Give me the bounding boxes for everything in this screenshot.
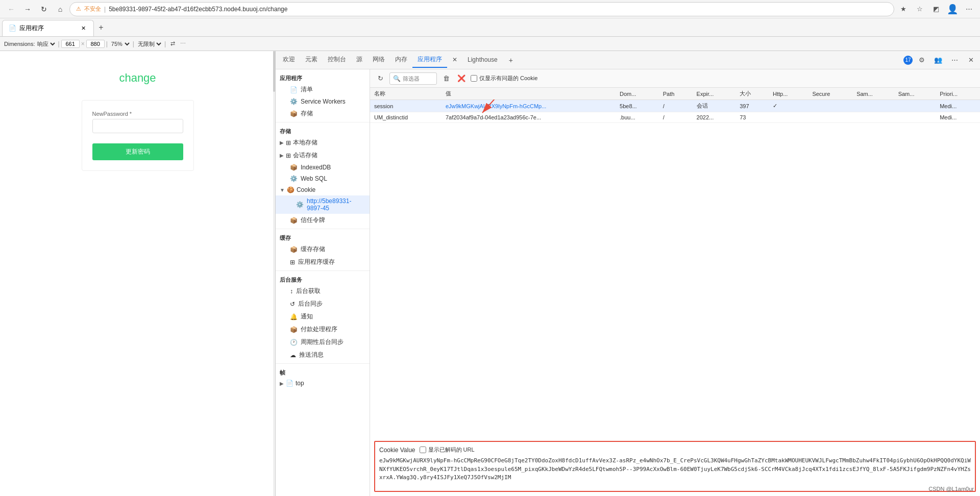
more-button[interactable]: ⋯ (962, 2, 976, 16)
sidebar-div2 (276, 229, 370, 229)
delete-button[interactable]: ❌ (455, 72, 468, 85)
devtools-tab-bar: 欢迎 元素 控制台 源 网络 内存 应用程序 ✕ Lighthouse + 17… (276, 51, 980, 69)
devtools-new-tab[interactable]: + (504, 53, 518, 67)
password-label: NewPassword * (92, 111, 183, 117)
rotate-button[interactable]: ⇄ (167, 39, 178, 49)
sidebar-item-payment[interactable]: 📦 付款处理程序 (276, 323, 370, 336)
height-input[interactable] (86, 40, 105, 48)
tab-elements[interactable]: 元素 (300, 52, 323, 68)
new-tab-button[interactable]: + (94, 20, 108, 35)
bg-sync-label: 后台同步 (298, 300, 323, 308)
trust-tokens-icon: 📦 (290, 217, 298, 224)
favorites-button[interactable]: ☆ (913, 2, 927, 16)
filter-checkbox-label[interactable]: 仅显示有问题的 Cookie (471, 75, 537, 82)
dimensions-select[interactable]: 响应 (35, 40, 57, 47)
sidebar-item-bg-fetch[interactable]: ↕ 后台获取 (276, 285, 370, 297)
sidebar-group-sessionstorage[interactable]: ▶ ⊞ 会话存储 (276, 149, 370, 162)
sidebar-section-bg: 后台服务 (276, 273, 370, 285)
decode-checkbox[interactable] (420, 447, 426, 453)
cookie-url-label: http://5be89331-9897-45 (307, 197, 365, 212)
filter-input[interactable] (403, 76, 433, 82)
close-devtools[interactable]: ✕ (964, 53, 978, 67)
tab-close-button[interactable]: ✕ (79, 24, 87, 32)
toolbar-sep2: | (106, 40, 108, 47)
sidebar-item-push[interactable]: ☁ 推送消息 (276, 349, 370, 361)
filter-checkbox[interactable] (471, 75, 477, 82)
sidebar-group-localstorage[interactable]: ▶ ⊞ 本地存储 (276, 136, 370, 149)
x-label: × (81, 40, 85, 47)
clear-button[interactable]: 🗑 (440, 72, 452, 85)
col-domain: Dom... (616, 88, 659, 100)
sidebar-item-websql[interactable]: ⚙️ Web SQL (276, 173, 370, 184)
tab-application[interactable]: 应用程序 (412, 52, 447, 68)
profile-button[interactable]: 👤 (945, 2, 960, 16)
payment-icon: 📦 (290, 326, 298, 333)
col-priority: Priori... (936, 88, 980, 100)
payment-label: 付款处理程序 (301, 325, 337, 334)
sidebar-item-service-workers[interactable]: ⚙️ Service Workers (276, 96, 370, 107)
sidebar-item-storage[interactable]: 📦 存储 (276, 107, 370, 120)
security-label: 不安全 (84, 5, 101, 13)
sidebar-section-cache: 缓存 (276, 231, 370, 243)
more-options-button[interactable]: ⋯ (178, 39, 188, 49)
tab-welcome[interactable]: 欢迎 (278, 52, 300, 68)
settings-icon[interactable]: ⚙ (915, 53, 929, 67)
extensions-button[interactable]: ★ (896, 2, 911, 16)
reload-button[interactable]: ↻ (37, 2, 51, 16)
table-row[interactable]: UM_distinctid 7af2034af9a7d-04ed1a23ad95… (370, 112, 980, 123)
table-header-row: 名称 值 Dom... Path Expir... 大小 Http... Sec… (370, 88, 980, 100)
cell-path2: / (659, 112, 693, 123)
sidebar-section-application: 应用程序 (276, 71, 370, 83)
col-size: 大小 (736, 88, 769, 100)
sidebar-group-top[interactable]: ▶ 📄 top (276, 378, 370, 389)
forward-button[interactable]: → (20, 2, 35, 16)
cookie-label: Cookie (297, 186, 315, 193)
cell-size: 397 (736, 100, 769, 112)
sidebar-item-manifest[interactable]: 📄 清单 (276, 83, 370, 96)
tab-memory[interactable]: 内存 (390, 52, 412, 68)
collections-button[interactable]: ◩ (929, 2, 943, 16)
devtools-more[interactable]: ⋯ (947, 53, 962, 67)
cookie-url-icon: ⚙️ (296, 201, 304, 208)
watermark: CSDN @L1am0ur (928, 486, 974, 492)
connections-icon[interactable]: 👥 (931, 53, 945, 67)
bg-fetch-icon: ↕ (290, 288, 293, 295)
throttle-select[interactable]: 无限制 (136, 40, 163, 47)
password-input[interactable] (92, 119, 183, 133)
sidebar-item-notifications[interactable]: 🔔 通知 (276, 310, 370, 323)
back-button[interactable]: ← (4, 2, 18, 16)
sidebar-item-cookie-url[interactable]: ⚙️ http://5be89331-9897-45 (276, 195, 370, 214)
tab-network[interactable]: 网络 (368, 52, 390, 68)
tab-title: 应用程序 (19, 24, 44, 33)
sidebar-item-periodic-sync[interactable]: 🕐 周期性后台同步 (276, 336, 370, 349)
tab-sources[interactable]: 源 (351, 52, 368, 68)
table-row[interactable]: session eJw9kMGKwjAURX9lyNpFm-hGcCMp... … (370, 100, 980, 112)
password-group: NewPassword * (92, 111, 183, 133)
home-button[interactable]: ⌂ (53, 2, 67, 16)
tab-console[interactable]: 控制台 (323, 52, 351, 68)
update-button[interactable]: 更新密码 (92, 143, 183, 160)
dimensions-label: Dimensions: (4, 41, 35, 47)
sidebar-item-bg-sync[interactable]: ↺ 后台同步 (276, 297, 370, 310)
cell-samesite4 (894, 112, 936, 123)
sidebar-item-trust-tokens[interactable]: 📦 信任令牌 (276, 214, 370, 227)
main-tab[interactable]: 📄 应用程序 ✕ (2, 20, 94, 36)
manifest-icon: 📄 (290, 86, 298, 93)
width-input[interactable] (61, 40, 80, 48)
decode-checkbox-label[interactable]: 显示已解码的 URL (420, 446, 475, 454)
address-bar[interactable]: ⚠ 不安全 | 5be89331-9897-45f2-ab47-d16f2ecb… (69, 2, 894, 16)
tab-security[interactable]: ✕ (447, 53, 462, 67)
cookie-value-text: eJw9kMGKwjAURX9lyNpFm-hGcCMpReG90CFOeG8j… (379, 457, 971, 482)
address-separator: | (104, 6, 106, 13)
sidebar-group-cookie[interactable]: ▼ 🍪 Cookie (276, 184, 370, 195)
sidebar-item-indexeddb[interactable]: 📦 IndexedDB (276, 162, 370, 173)
page-area: change NewPassword * 更新密码 (0, 51, 276, 496)
col-path: Path (659, 88, 693, 100)
devtools-sidebar: 应用程序 📄 清单 ⚙️ Service Workers 📦 存储 (276, 69, 370, 496)
refresh-button[interactable]: ↻ (374, 72, 386, 85)
zoom-select[interactable]: 75% (109, 40, 131, 47)
sidebar-item-app-cache[interactable]: ⊞ 应用程序缓存 (276, 256, 370, 268)
sidebar-item-cache-storage[interactable]: 📦 缓存存储 (276, 243, 370, 256)
tab-lighthouse[interactable]: Lighthouse (462, 53, 503, 67)
cell-value2: 7af2034af9a7d-04ed1a23ad956c-7e... (442, 112, 616, 123)
